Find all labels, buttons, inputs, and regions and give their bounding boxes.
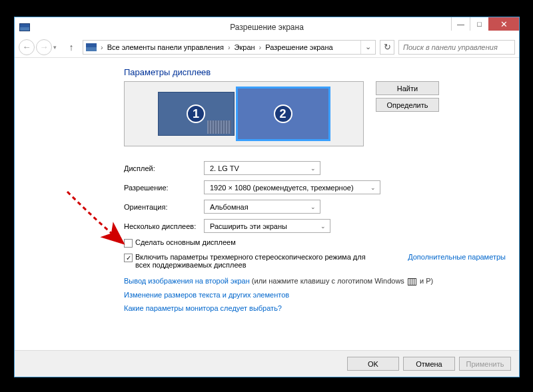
monitor-number: 1	[187, 104, 205, 123]
monitor-2[interactable]: 2	[236, 87, 330, 141]
chevron-down-icon: ⌄	[370, 184, 376, 191]
orientation-label: Ориентация:	[124, 203, 204, 211]
history-dropdown[interactable]: ▾	[53, 44, 63, 51]
maximize-button[interactable]: □	[470, 17, 488, 31]
display-select[interactable]: 2. LG TV ⌄	[204, 161, 320, 175]
stereo-label: Включить параметры трехмерного стереоско…	[135, 253, 375, 269]
breadcrumb-sep: ›	[258, 43, 263, 51]
dialog-footer: OK Отмена Применить	[15, 350, 519, 377]
second-screen-link[interactable]: Вывод изображения на второй экран (или н…	[124, 277, 512, 286]
multiple-displays-select[interactable]: Расширить эти экраны ⌄	[204, 219, 330, 233]
breadcrumb-dropdown[interactable]: ⌄	[360, 41, 375, 54]
additional-params-link[interactable]: Дополнительные параметры	[408, 253, 506, 261]
refresh-button[interactable]: ↻	[380, 40, 394, 55]
minimize-button[interactable]: —	[451, 17, 470, 31]
breadcrumb-item[interactable]: Разрешение экрана	[263, 43, 335, 51]
monitor-number: 2	[274, 104, 292, 123]
cancel-button[interactable]: Отмена	[403, 357, 455, 371]
stereo-checkbox[interactable]: ✓	[124, 254, 133, 262]
resolution-label: Разрешение:	[124, 184, 204, 192]
orientation-select[interactable]: Альбомная ⌄	[204, 200, 320, 214]
make-primary-checkbox[interactable]	[124, 239, 133, 248]
monitor-preview[interactable]: 1 2	[124, 81, 364, 146]
back-button[interactable]: ←	[19, 39, 35, 55]
chevron-down-icon: ⌄	[310, 204, 316, 210]
toolbar: ← → ▾ ↑ › Все элементы панели управления…	[15, 37, 519, 58]
breadcrumb[interactable]: › Все элементы панели управления › Экран…	[83, 40, 376, 55]
make-primary-label: Сделать основным дисплеем	[135, 238, 236, 246]
breadcrumb-sep: ›	[227, 43, 232, 51]
search-field[interactable]	[399, 43, 514, 51]
monitor-params-link[interactable]: Какие параметры монитора следует выбрать…	[124, 304, 512, 312]
up-button[interactable]: ↑	[64, 40, 79, 55]
select-value: Альбомная	[210, 203, 249, 211]
chevron-down-icon: ⌄	[320, 223, 326, 230]
select-value: 2. LG TV	[210, 164, 239, 172]
apply-button[interactable]: Применить	[459, 357, 511, 371]
monitor-1[interactable]: 1	[158, 92, 235, 136]
breadcrumb-item[interactable]: Все элементы панели управления	[105, 43, 227, 51]
ok-button[interactable]: OK	[347, 357, 399, 371]
multiple-displays-label: Несколько дисплеев:	[124, 222, 204, 230]
close-button[interactable]: ✕	[488, 17, 519, 31]
display-label: Дисплей:	[124, 164, 204, 172]
search-input[interactable]	[398, 40, 515, 55]
forward-button[interactable]: →	[36, 39, 52, 55]
titlebar: Разрешение экрана — □ ✕	[15, 17, 519, 37]
breadcrumb-sep: ›	[99, 43, 105, 51]
window-title: Разрешение экрана	[230, 23, 304, 32]
find-button[interactable]: Найти	[376, 81, 439, 95]
text-size-link[interactable]: Изменение размеров текста и других элеме…	[124, 291, 512, 299]
chevron-down-icon: ⌄	[310, 165, 316, 172]
select-value: 1920 × 1080 (рекомендуется, трехмерное)	[210, 184, 354, 192]
page-title: Параметры дисплеев	[124, 67, 512, 77]
window-icon	[19, 23, 30, 31]
location-icon	[86, 43, 97, 51]
resolution-select[interactable]: 1920 × 1080 (рекомендуется, трехмерное) …	[204, 180, 380, 194]
breadcrumb-item[interactable]: Экран	[232, 43, 258, 51]
windows-key-icon	[408, 278, 416, 286]
detect-button[interactable]: Определить	[376, 98, 439, 112]
select-value: Расширить эти экраны	[210, 222, 287, 230]
